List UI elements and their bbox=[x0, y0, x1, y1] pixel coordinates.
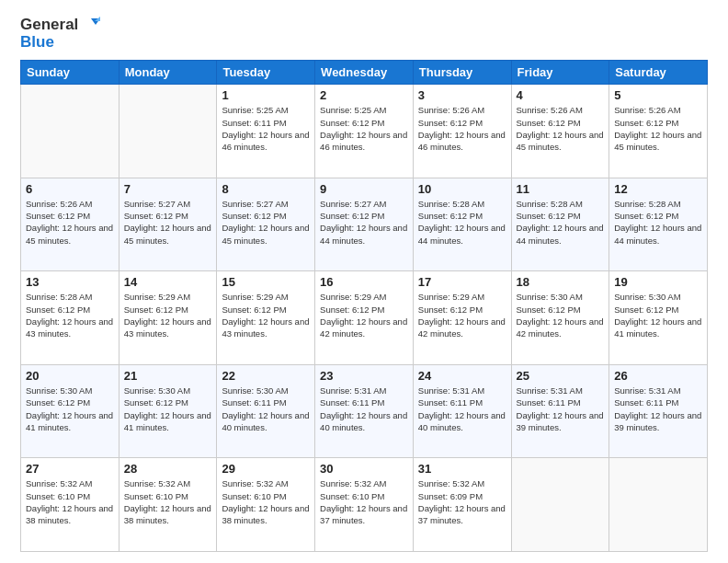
calendar-cell: 11Sunrise: 5:28 AM Sunset: 6:12 PM Dayli… bbox=[511, 178, 609, 271]
day-number: 11 bbox=[517, 182, 605, 196]
calendar-cell: 1Sunrise: 5:25 AM Sunset: 6:11 PM Daylig… bbox=[217, 85, 315, 178]
calendar-week-2: 6Sunrise: 5:26 AM Sunset: 6:12 PM Daylig… bbox=[21, 178, 708, 271]
day-info: Sunrise: 5:25 AM Sunset: 6:12 PM Dayligh… bbox=[320, 104, 408, 153]
logo-text-blue: Blue bbox=[20, 34, 54, 52]
header: General Blue bbox=[20, 17, 708, 51]
calendar-week-1: 1Sunrise: 5:25 AM Sunset: 6:11 PM Daylig… bbox=[21, 85, 708, 178]
day-number: 26 bbox=[614, 369, 702, 383]
col-header-tuesday: Tuesday bbox=[217, 61, 315, 85]
calendar-cell: 28Sunrise: 5:32 AM Sunset: 6:10 PM Dayli… bbox=[119, 458, 217, 552]
day-number: 25 bbox=[517, 369, 605, 383]
day-number: 24 bbox=[418, 369, 506, 383]
calendar-cell: 15Sunrise: 5:29 AM Sunset: 6:12 PM Dayli… bbox=[217, 271, 315, 365]
day-info: Sunrise: 5:27 AM Sunset: 6:12 PM Dayligh… bbox=[320, 198, 408, 247]
day-info: Sunrise: 5:29 AM Sunset: 6:12 PM Dayligh… bbox=[124, 291, 212, 339]
calendar-cell bbox=[511, 458, 609, 552]
day-info: Sunrise: 5:30 AM Sunset: 6:12 PM Dayligh… bbox=[614, 291, 702, 339]
day-number: 18 bbox=[517, 275, 605, 289]
day-number: 30 bbox=[320, 462, 408, 476]
day-info: Sunrise: 5:28 AM Sunset: 6:12 PM Dayligh… bbox=[517, 198, 605, 247]
calendar-cell bbox=[119, 85, 217, 178]
calendar-cell: 20Sunrise: 5:30 AM Sunset: 6:12 PM Dayli… bbox=[21, 364, 119, 458]
calendar-cell: 16Sunrise: 5:29 AM Sunset: 6:12 PM Dayli… bbox=[315, 271, 414, 365]
day-number: 2 bbox=[320, 88, 408, 102]
calendar-cell: 18Sunrise: 5:30 AM Sunset: 6:12 PM Dayli… bbox=[511, 271, 609, 365]
calendar-cell bbox=[21, 85, 119, 178]
logo-container: General Blue bbox=[20, 17, 100, 51]
day-info: Sunrise: 5:32 AM Sunset: 6:10 PM Dayligh… bbox=[222, 477, 310, 526]
calendar-cell: 22Sunrise: 5:30 AM Sunset: 6:11 PM Dayli… bbox=[217, 364, 315, 458]
col-header-friday: Friday bbox=[511, 61, 609, 85]
calendar-cell: 12Sunrise: 5:28 AM Sunset: 6:12 PM Dayli… bbox=[609, 178, 708, 271]
day-info: Sunrise: 5:28 AM Sunset: 6:12 PM Dayligh… bbox=[26, 291, 114, 339]
calendar-cell: 13Sunrise: 5:28 AM Sunset: 6:12 PM Dayli… bbox=[21, 271, 119, 365]
calendar-cell: 17Sunrise: 5:29 AM Sunset: 6:12 PM Dayli… bbox=[413, 271, 511, 365]
calendar-cell: 5Sunrise: 5:26 AM Sunset: 6:12 PM Daylig… bbox=[609, 85, 708, 178]
calendar-cell: 27Sunrise: 5:32 AM Sunset: 6:10 PM Dayli… bbox=[21, 458, 119, 552]
calendar-cell: 29Sunrise: 5:32 AM Sunset: 6:10 PM Dayli… bbox=[217, 458, 315, 552]
day-number: 31 bbox=[418, 462, 506, 476]
calendar-cell: 9Sunrise: 5:27 AM Sunset: 6:12 PM Daylig… bbox=[315, 178, 414, 271]
day-number: 20 bbox=[26, 369, 114, 383]
day-number: 14 bbox=[124, 275, 212, 289]
day-number: 15 bbox=[222, 275, 310, 289]
day-info: Sunrise: 5:28 AM Sunset: 6:12 PM Dayligh… bbox=[614, 198, 702, 247]
day-info: Sunrise: 5:27 AM Sunset: 6:12 PM Dayligh… bbox=[124, 198, 212, 247]
day-number: 17 bbox=[418, 275, 506, 289]
logo: General Blue bbox=[20, 17, 100, 51]
calendar-week-4: 20Sunrise: 5:30 AM Sunset: 6:12 PM Dayli… bbox=[21, 364, 708, 458]
col-header-wednesday: Wednesday bbox=[315, 61, 414, 85]
day-info: Sunrise: 5:29 AM Sunset: 6:12 PM Dayligh… bbox=[320, 291, 408, 339]
day-info: Sunrise: 5:32 AM Sunset: 6:09 PM Dayligh… bbox=[418, 477, 506, 526]
day-number: 1 bbox=[222, 88, 310, 102]
day-info: Sunrise: 5:26 AM Sunset: 6:12 PM Dayligh… bbox=[614, 104, 702, 153]
calendar-cell: 30Sunrise: 5:32 AM Sunset: 6:10 PM Dayli… bbox=[315, 458, 414, 552]
col-header-sunday: Sunday bbox=[21, 61, 119, 85]
calendar-cell: 3Sunrise: 5:26 AM Sunset: 6:12 PM Daylig… bbox=[413, 85, 511, 178]
calendar-cell: 10Sunrise: 5:28 AM Sunset: 6:12 PM Dayli… bbox=[413, 178, 511, 271]
calendar-header-row: SundayMondayTuesdayWednesdayThursdayFrid… bbox=[21, 61, 708, 85]
day-info: Sunrise: 5:31 AM Sunset: 6:11 PM Dayligh… bbox=[614, 385, 702, 433]
day-number: 8 bbox=[222, 182, 310, 196]
day-info: Sunrise: 5:32 AM Sunset: 6:10 PM Dayligh… bbox=[320, 477, 408, 526]
day-number: 12 bbox=[614, 182, 702, 196]
day-info: Sunrise: 5:28 AM Sunset: 6:12 PM Dayligh… bbox=[418, 198, 506, 247]
day-info: Sunrise: 5:26 AM Sunset: 6:12 PM Dayligh… bbox=[26, 198, 114, 247]
calendar-cell: 4Sunrise: 5:26 AM Sunset: 6:12 PM Daylig… bbox=[511, 85, 609, 178]
day-info: Sunrise: 5:31 AM Sunset: 6:11 PM Dayligh… bbox=[320, 385, 408, 433]
day-info: Sunrise: 5:32 AM Sunset: 6:10 PM Dayligh… bbox=[26, 477, 114, 526]
day-number: 4 bbox=[517, 88, 605, 102]
day-number: 13 bbox=[26, 275, 114, 289]
page: General Blue SundayMondayTuesdayWednesda… bbox=[0, 0, 728, 563]
day-info: Sunrise: 5:31 AM Sunset: 6:11 PM Dayligh… bbox=[418, 385, 506, 433]
col-header-saturday: Saturday bbox=[609, 61, 708, 85]
calendar-cell: 23Sunrise: 5:31 AM Sunset: 6:11 PM Dayli… bbox=[315, 364, 414, 458]
day-number: 27 bbox=[26, 462, 114, 476]
calendar-cell: 31Sunrise: 5:32 AM Sunset: 6:09 PM Dayli… bbox=[413, 458, 511, 552]
day-info: Sunrise: 5:26 AM Sunset: 6:12 PM Dayligh… bbox=[418, 104, 506, 153]
calendar-cell bbox=[609, 458, 708, 552]
col-header-monday: Monday bbox=[119, 61, 217, 85]
calendar-week-5: 27Sunrise: 5:32 AM Sunset: 6:10 PM Dayli… bbox=[21, 458, 708, 552]
day-number: 28 bbox=[124, 462, 212, 476]
calendar-cell: 19Sunrise: 5:30 AM Sunset: 6:12 PM Dayli… bbox=[609, 271, 708, 365]
day-info: Sunrise: 5:30 AM Sunset: 6:11 PM Dayligh… bbox=[222, 385, 310, 433]
day-info: Sunrise: 5:30 AM Sunset: 6:12 PM Dayligh… bbox=[517, 291, 605, 339]
day-info: Sunrise: 5:31 AM Sunset: 6:11 PM Dayligh… bbox=[517, 385, 605, 433]
day-number: 16 bbox=[320, 275, 408, 289]
day-info: Sunrise: 5:30 AM Sunset: 6:12 PM Dayligh… bbox=[26, 385, 114, 433]
calendar-cell: 24Sunrise: 5:31 AM Sunset: 6:11 PM Dayli… bbox=[413, 364, 511, 458]
calendar-cell: 6Sunrise: 5:26 AM Sunset: 6:12 PM Daylig… bbox=[21, 178, 119, 271]
day-number: 9 bbox=[320, 182, 408, 196]
day-info: Sunrise: 5:29 AM Sunset: 6:12 PM Dayligh… bbox=[222, 291, 310, 339]
calendar-table: SundayMondayTuesdayWednesdayThursdayFrid… bbox=[20, 60, 708, 552]
day-info: Sunrise: 5:32 AM Sunset: 6:10 PM Dayligh… bbox=[124, 477, 212, 526]
calendar-cell: 21Sunrise: 5:30 AM Sunset: 6:12 PM Dayli… bbox=[119, 364, 217, 458]
day-number: 21 bbox=[124, 369, 212, 383]
day-number: 19 bbox=[614, 275, 702, 289]
calendar-cell: 26Sunrise: 5:31 AM Sunset: 6:11 PM Dayli… bbox=[609, 364, 708, 458]
logo-text-general: General bbox=[20, 17, 78, 34]
day-number: 3 bbox=[418, 88, 506, 102]
day-number: 23 bbox=[320, 369, 408, 383]
calendar-cell: 2Sunrise: 5:25 AM Sunset: 6:12 PM Daylig… bbox=[315, 85, 414, 178]
